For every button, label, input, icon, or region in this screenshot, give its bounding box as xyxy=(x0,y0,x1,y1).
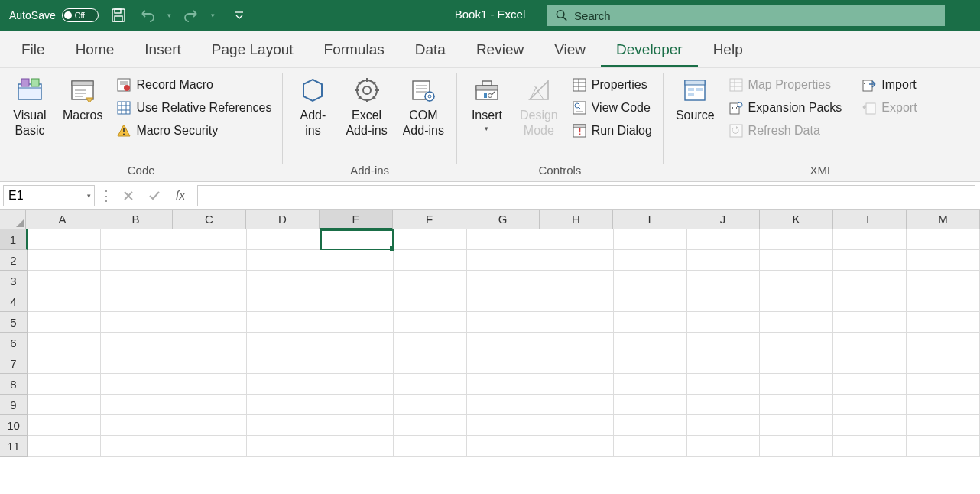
cell-M9[interactable] xyxy=(907,395,980,415)
search-box[interactable] xyxy=(547,5,945,26)
cell-F1[interactable] xyxy=(394,229,467,250)
cell-B3[interactable] xyxy=(101,271,174,291)
tab-review[interactable]: Review xyxy=(461,34,539,67)
customize-qat-button[interactable] xyxy=(230,6,248,24)
cell-L10[interactable] xyxy=(833,415,907,436)
source-button[interactable]: Source xyxy=(671,71,719,126)
column-header-E[interactable]: E xyxy=(320,210,393,229)
cell-J2[interactable] xyxy=(687,250,761,271)
cell-F2[interactable] xyxy=(394,250,467,271)
cell-F3[interactable] xyxy=(394,271,467,291)
use-relative-refs-button[interactable]: Use Relative References xyxy=(113,99,274,117)
cell-D8[interactable] xyxy=(247,374,320,395)
macro-security-button[interactable]: Macro Security xyxy=(113,122,274,140)
cell-J7[interactable] xyxy=(687,353,761,374)
cell-G6[interactable] xyxy=(467,333,540,353)
insert-function-button[interactable]: fx xyxy=(170,185,191,206)
cell-G10[interactable] xyxy=(467,415,540,436)
cell-K10[interactable] xyxy=(760,415,833,436)
search-input[interactable] xyxy=(574,9,937,22)
cell-G5[interactable] xyxy=(467,312,540,333)
cell-I7[interactable] xyxy=(614,353,687,374)
cell-K11[interactable] xyxy=(760,436,833,457)
cell-F6[interactable] xyxy=(394,333,467,353)
cell-E7[interactable] xyxy=(320,353,394,374)
cell-B2[interactable] xyxy=(101,250,174,271)
cell-E2[interactable] xyxy=(320,250,394,271)
tab-page-layout[interactable]: Page Layout xyxy=(196,34,309,67)
cell-A2[interactable] xyxy=(28,250,101,271)
cell-E5[interactable] xyxy=(320,312,394,333)
cell-K2[interactable] xyxy=(760,250,833,271)
cell-M7[interactable] xyxy=(907,353,980,374)
cell-J5[interactable] xyxy=(687,312,761,333)
cell-M1[interactable] xyxy=(907,229,980,250)
row-header-8[interactable]: 8 xyxy=(0,374,28,395)
cell-K9[interactable] xyxy=(760,395,833,415)
cell-J10[interactable] xyxy=(687,415,761,436)
cell-B11[interactable] xyxy=(101,436,174,457)
cell-E3[interactable] xyxy=(320,271,394,291)
cell-H9[interactable] xyxy=(540,395,614,415)
cell-M6[interactable] xyxy=(907,333,980,353)
cell-A8[interactable] xyxy=(28,374,101,395)
column-header-L[interactable]: L xyxy=(833,210,907,229)
cell-I6[interactable] xyxy=(614,333,687,353)
cell-G3[interactable] xyxy=(467,271,540,291)
cell-B9[interactable] xyxy=(101,395,174,415)
cell-C2[interactable] xyxy=(174,250,248,271)
cell-F8[interactable] xyxy=(394,374,467,395)
properties-button[interactable]: Properties xyxy=(569,76,655,94)
cell-B5[interactable] xyxy=(101,312,174,333)
cell-C1[interactable] xyxy=(174,229,248,250)
cell-E9[interactable] xyxy=(320,395,394,415)
cell-H2[interactable] xyxy=(540,250,614,271)
cell-M4[interactable] xyxy=(907,291,980,312)
design-mode-button[interactable]: Design Mode xyxy=(515,71,563,141)
cell-C9[interactable] xyxy=(174,395,248,415)
view-code-button[interactable]: View Code xyxy=(569,99,655,117)
cell-F9[interactable] xyxy=(394,395,467,415)
cell-D9[interactable] xyxy=(247,395,320,415)
cell-G11[interactable] xyxy=(467,436,540,457)
map-properties-button[interactable]: Map Properties xyxy=(725,76,845,94)
cell-K3[interactable] xyxy=(760,271,833,291)
row-header-2[interactable]: 2 xyxy=(0,250,28,271)
undo-button[interactable] xyxy=(138,6,157,24)
cell-D1[interactable] xyxy=(247,229,320,250)
cell-K1[interactable] xyxy=(760,229,833,250)
visual-basic-button[interactable]: Visual Basic xyxy=(8,71,52,141)
cell-G1[interactable] xyxy=(467,229,540,250)
cell-H8[interactable] xyxy=(540,374,614,395)
cell-G8[interactable] xyxy=(467,374,540,395)
com-addins-button[interactable]: COM Add-ins xyxy=(398,71,449,141)
cell-L7[interactable] xyxy=(833,353,907,374)
cell-D7[interactable] xyxy=(247,353,320,374)
cell-J11[interactable] xyxy=(687,436,761,457)
cell-M10[interactable] xyxy=(907,415,980,436)
cell-F11[interactable] xyxy=(394,436,467,457)
cell-H4[interactable] xyxy=(540,291,614,312)
cell-G7[interactable] xyxy=(467,353,540,374)
cell-I3[interactable] xyxy=(614,271,687,291)
cell-K7[interactable] xyxy=(760,353,833,374)
macros-button[interactable]: Macros xyxy=(58,71,107,126)
cell-L11[interactable] xyxy=(833,436,907,457)
undo-dropdown-icon[interactable]: ▾ xyxy=(167,11,171,19)
cell-B4[interactable] xyxy=(101,291,174,312)
column-header-G[interactable]: G xyxy=(466,210,540,229)
record-macro-button[interactable]: Record Macro xyxy=(113,76,274,94)
column-header-A[interactable]: A xyxy=(26,210,99,229)
cell-L6[interactable] xyxy=(833,333,907,353)
row-header-4[interactable]: 4 xyxy=(0,291,28,312)
refresh-data-button[interactable]: Refresh Data xyxy=(725,122,845,140)
addins-button[interactable]: Add- ins xyxy=(290,71,335,141)
row-header-10[interactable]: 10 xyxy=(0,415,28,436)
cell-K8[interactable] xyxy=(760,374,833,395)
cell-E4[interactable] xyxy=(320,291,394,312)
cell-L5[interactable] xyxy=(833,312,907,333)
cell-K4[interactable] xyxy=(760,291,833,312)
row-header-3[interactable]: 3 xyxy=(0,271,28,291)
row-header-1[interactable]: 1 xyxy=(0,229,28,250)
cell-J4[interactable] xyxy=(687,291,761,312)
